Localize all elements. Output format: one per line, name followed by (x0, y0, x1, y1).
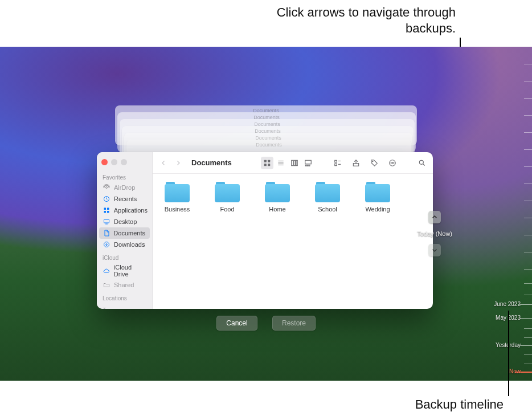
folder-label: Business (165, 206, 190, 213)
finder-window: Favorites AirDrop Recents Applications (97, 152, 433, 309)
backup-timeline[interactable]: June 2022 May 2023 Yesterday Now (492, 47, 532, 381)
sidebar-item-applications[interactable]: Applications (97, 205, 152, 216)
sidebar-item-recents[interactable]: Recents (97, 193, 152, 205)
finder-main: Documents (153, 152, 433, 309)
apps-icon (103, 206, 111, 214)
finder-toolbar: Documents (153, 152, 433, 174)
group-by-button[interactable] (332, 157, 344, 169)
folder-item[interactable]: Food (210, 182, 245, 213)
folder-item[interactable]: Home (260, 182, 295, 213)
sidebar-item-shared[interactable]: Shared (97, 279, 152, 291)
cloud-icon (103, 267, 111, 275)
folder-item[interactable]: Business (159, 182, 195, 213)
svg-rect-11 (268, 164, 270, 166)
svg-rect-6 (104, 219, 109, 223)
back-button[interactable] (157, 157, 170, 169)
folder-label: Wedding (365, 206, 390, 213)
list-view-button[interactable] (275, 157, 287, 169)
airdrop-icon (103, 184, 111, 191)
more-actions-button[interactable] (386, 157, 399, 169)
sidebar-head-icloud: iCloud (97, 252, 152, 262)
svg-rect-4 (104, 211, 106, 213)
annotation-top: Click arrows to navigate through backups… (239, 5, 456, 36)
nav-newer-backup-button[interactable] (428, 244, 441, 256)
folder-icon (165, 182, 190, 202)
backup-stack: Documents Documents Documents Documents … (114, 105, 425, 123)
svg-rect-13 (294, 160, 296, 165)
folder-label: School (318, 206, 337, 213)
svg-rect-16 (305, 165, 306, 166)
folder-icon (365, 182, 390, 202)
svg-rect-18 (309, 165, 310, 166)
svg-point-25 (392, 162, 392, 163)
annotation-bottom-leader (508, 311, 509, 396)
sidebar-label: Applications (114, 207, 148, 214)
svg-rect-14 (296, 160, 297, 165)
sidebar-item-desktop[interactable]: Desktop (97, 216, 152, 227)
sidebar-head-locations: Locations (97, 293, 152, 303)
svg-rect-10 (264, 164, 267, 166)
folder-item[interactable]: Wedding (360, 182, 395, 213)
action-buttons: Cancel Restore (0, 316, 532, 331)
sidebar-item-documents[interactable]: Documents (99, 227, 150, 239)
folder-label: Food (220, 206, 234, 213)
close-window-button[interactable] (101, 159, 108, 165)
annotation-bottom: Backup timeline (415, 397, 504, 412)
svg-point-26 (394, 162, 394, 163)
svg-point-24 (391, 162, 391, 163)
sidebar-label: Shared (114, 282, 134, 288)
sidebar-label: Desktop (114, 218, 137, 225)
sidebar-item-downloads[interactable]: Downloads (97, 239, 152, 250)
view-mode-group (261, 157, 314, 169)
download-icon (103, 240, 111, 248)
shared-folder-icon (103, 281, 111, 289)
svg-rect-19 (335, 160, 337, 162)
icon-view-button[interactable] (261, 157, 273, 169)
folder-item[interactable]: School (310, 182, 345, 213)
column-view-button[interactable] (288, 157, 301, 169)
tags-button[interactable] (368, 157, 380, 169)
svg-point-0 (106, 187, 108, 189)
window-controls (97, 156, 152, 171)
sidebar-item-airdrop[interactable]: AirDrop (97, 182, 152, 193)
svg-rect-17 (307, 165, 308, 166)
folder-icon (315, 182, 340, 202)
folder-icon (265, 182, 290, 202)
sidebar-label: Recents (114, 195, 137, 202)
minimize-window-button[interactable] (111, 159, 117, 165)
sidebar-head-tags: Tags (97, 305, 152, 309)
cancel-button[interactable]: Cancel (216, 316, 257, 331)
clock-icon (103, 195, 111, 203)
restore-button[interactable]: Restore (272, 316, 316, 331)
svg-rect-8 (264, 160, 267, 162)
forward-button[interactable] (172, 157, 185, 169)
sidebar-item-icloud-drive[interactable]: iCloud Drive (97, 262, 152, 279)
svg-rect-3 (107, 208, 109, 210)
desktop-icon (103, 218, 111, 226)
sidebar-head-favorites: Favorites (97, 172, 152, 182)
svg-rect-9 (268, 160, 270, 162)
svg-rect-20 (335, 164, 337, 166)
sidebar-label: iCloud Drive (114, 264, 148, 278)
sidebar-label: AirDrop (114, 184, 135, 191)
time-machine-desktop: Documents Documents Documents Documents … (0, 47, 532, 381)
window-title: Documents (191, 158, 232, 167)
svg-point-22 (372, 161, 373, 162)
svg-rect-5 (107, 211, 109, 213)
time-machine-nav: Today (Now) (417, 211, 452, 256)
gallery-view-button[interactable] (302, 157, 314, 169)
sidebar-label: Downloads (114, 241, 145, 248)
finder-sidebar: Favorites AirDrop Recents Applications (97, 152, 153, 309)
share-button[interactable] (350, 157, 362, 169)
svg-rect-2 (104, 208, 106, 210)
nav-older-backup-button[interactable] (428, 211, 441, 223)
timeline-label-now: Now (509, 368, 521, 374)
folder-label: Home (269, 206, 285, 213)
svg-rect-15 (305, 160, 312, 164)
sidebar-label: Documents (113, 230, 145, 236)
zoom-window-button[interactable] (121, 159, 127, 165)
timeline-label: June 2022 (494, 301, 521, 307)
svg-point-27 (419, 160, 423, 164)
svg-rect-12 (292, 160, 293, 165)
search-button[interactable] (416, 157, 428, 169)
